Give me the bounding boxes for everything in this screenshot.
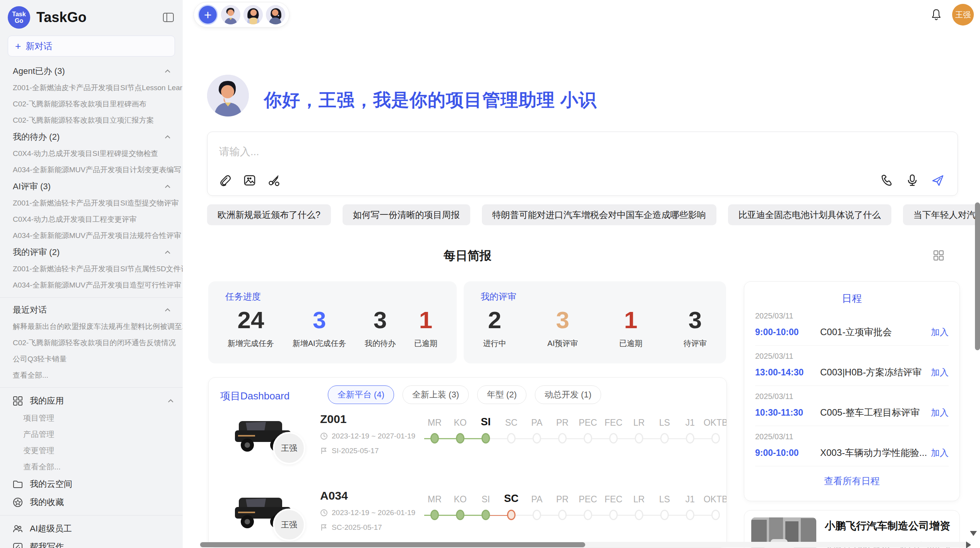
image-icon[interactable]: [243, 174, 256, 187]
milestone-dot-current[interactable]: [481, 433, 490, 444]
milestone-dot[interactable]: [558, 510, 567, 520]
conversation-item[interactable]: A034-全新新能源MUV产品开发项目法规符合性评审: [0, 228, 183, 244]
chevron-up-icon[interactable]: [163, 182, 172, 191]
section-ai-review[interactable]: AI评审 (3): [0, 178, 183, 195]
notification-bell-icon[interactable]: [930, 9, 942, 21]
milestone-dot[interactable]: [584, 433, 592, 444]
milestone-dot-alert[interactable]: [507, 510, 516, 520]
conversation-item[interactable]: C02-飞腾新能源轻客改款项目里程碑画布: [0, 96, 183, 112]
sidebar-collapse-icon[interactable]: [162, 12, 175, 23]
conversation-item[interactable]: A034-全新新能源MUV产品开发项目造型可行性评审: [0, 277, 183, 293]
view-all-apps[interactable]: 查看全部...: [0, 459, 183, 475]
conversation-item[interactable]: A034-全新新能源MUV产品开发项目计划变更表编写: [0, 162, 183, 178]
app-item-change-mgmt[interactable]: 变更管理: [0, 442, 183, 459]
schedule-event-title[interactable]: C001-立项审批会: [820, 326, 931, 338]
project-row[interactable]: 王强 A034 2023-12-19 ~ 2026-01-19 SC-2025-…: [220, 488, 717, 548]
team-avatar[interactable]: [221, 5, 240, 24]
new-chat-button[interactable]: + 新对话: [8, 36, 175, 57]
milestone-dot[interactable]: [660, 433, 669, 444]
horizontal-scrollbar-thumb[interactable]: [200, 542, 585, 547]
horizontal-scrollbar[interactable]: [200, 542, 970, 548]
section-my-todo[interactable]: 我的待办 (2): [0, 128, 183, 146]
tab-powertrain[interactable]: 动总开发 (1): [535, 385, 601, 404]
chevron-up-icon[interactable]: [166, 397, 175, 405]
news-title[interactable]: 小鹏飞行汽车制造公司增资: [825, 519, 953, 533]
join-button[interactable]: 加入: [931, 326, 949, 338]
chat-input[interactable]: [218, 143, 800, 161]
suggestion-chip[interactable]: 如何写一份清晰的项目周报: [343, 204, 470, 225]
project-name[interactable]: Z001: [320, 413, 415, 426]
conversation-item[interactable]: C0X4-动力总成开发项目工程变更评审: [0, 211, 183, 228]
conversation-item[interactable]: Z001-全新燃油轻卡产品开发项目SI造型提交物评审: [0, 195, 183, 211]
milestone-dot[interactable]: [635, 510, 643, 520]
milestone-dot-done[interactable]: [430, 510, 439, 520]
milestone-dot[interactable]: [558, 433, 567, 444]
milestone-dot[interactable]: [533, 510, 541, 520]
milestone-dot[interactable]: [711, 510, 720, 520]
section-agent-done[interactable]: Agent已办 (3): [0, 63, 183, 80]
send-icon[interactable]: [931, 174, 944, 187]
team-avatar[interactable]: [266, 5, 285, 24]
tab-new-platform[interactable]: 全新平台 (4): [328, 385, 394, 404]
milestone-dot[interactable]: [584, 510, 592, 520]
attachment-icon[interactable]: [218, 174, 231, 187]
milestone-dot-done[interactable]: [430, 433, 439, 444]
view-all-schedule-link[interactable]: 查看所有日程: [744, 475, 959, 487]
conversation-item[interactable]: 解释最新出台的欧盟报废车法规再生塑料比例被调至15%...: [0, 319, 183, 335]
schedule-event-title[interactable]: X003-车辆动力学性能验...: [820, 447, 931, 459]
conversation-item[interactable]: Z001-全新燃油皮卡产品开发项目SI节点Lesson Learn报告: [0, 80, 183, 96]
milestone-dot[interactable]: [507, 433, 516, 444]
user-avatar[interactable]: 王强: [952, 4, 974, 26]
milestone-dot[interactable]: [711, 433, 720, 444]
vertical-scrollbar-thumb[interactable]: [975, 202, 980, 350]
chevron-up-icon[interactable]: [163, 67, 172, 75]
milestone-dot[interactable]: [660, 510, 669, 520]
milestone-dot-done[interactable]: [481, 510, 490, 520]
conversation-item[interactable]: C0X4-动力总成开发项目SI里程碑提交物检查: [0, 146, 183, 162]
milestone-dot[interactable]: [533, 433, 541, 444]
milestone-dot[interactable]: [686, 433, 694, 444]
suggestion-chip[interactable]: 比亚迪全固态电池计划具体说了什么: [728, 204, 891, 225]
sidebar-item-cloud-space[interactable]: 我的云空间: [0, 475, 183, 493]
project-name[interactable]: A034: [320, 489, 415, 502]
project-row[interactable]: 王强 Z001 2023-12-19 ~ 2027-01-19 SI-2025-…: [220, 411, 717, 480]
sidebar-item-ai-employee[interactable]: AI超级员工: [0, 519, 183, 538]
conversation-item[interactable]: Z001-全新燃油轻卡产品开发项目SI节点属性5D文件评审: [0, 261, 183, 277]
schedule-event-title[interactable]: C005-整车工程目标评审: [820, 406, 931, 419]
milestone-dot-done[interactable]: [456, 510, 464, 520]
milestone-dot-done[interactable]: [456, 433, 464, 444]
layout-grid-icon[interactable]: [933, 250, 944, 261]
milestone-dot[interactable]: [635, 433, 643, 444]
join-button[interactable]: 加入: [931, 447, 949, 459]
microphone-icon[interactable]: [906, 174, 919, 187]
conversation-item[interactable]: 公司Q3轻卡销量: [0, 351, 183, 367]
conversation-item[interactable]: C02-飞腾新能源轻客改款项目立项汇报方案: [0, 112, 183, 128]
app-item-product-mgmt[interactable]: 产品管理: [0, 426, 183, 442]
sidebar-item-help-write[interactable]: 帮我写作: [0, 538, 183, 548]
join-button[interactable]: 加入: [931, 366, 949, 378]
tab-model-year[interactable]: 年型 (2): [477, 385, 526, 404]
chevron-up-icon[interactable]: [163, 248, 172, 257]
chevron-up-icon[interactable]: [163, 306, 172, 314]
phone-icon[interactable]: [880, 174, 893, 187]
milestone-dot[interactable]: [609, 433, 618, 444]
scroll-right-arrow[interactable]: [966, 541, 971, 548]
tab-new-body[interactable]: 全新上装 (3): [403, 385, 469, 404]
suggestion-chip[interactable]: 特朗普可能对进口汽车增税会对中国车企造成哪些影响: [482, 204, 716, 225]
section-my-review[interactable]: 我的评审 (2): [0, 244, 183, 261]
scroll-down-arrow[interactable]: [970, 531, 977, 536]
join-button[interactable]: 加入: [931, 407, 949, 419]
suggestion-chip[interactable]: 欧洲新规最近颁布了什么?: [207, 204, 331, 225]
sidebar-item-my-apps[interactable]: 我的应用: [0, 392, 183, 410]
sidebar-item-favorites[interactable]: 我的收藏: [0, 493, 183, 511]
chevron-up-icon[interactable]: [163, 133, 172, 141]
team-avatar[interactable]: [243, 5, 263, 24]
add-member-button[interactable]: +: [198, 5, 218, 25]
app-item-project-mgmt[interactable]: 项目管理: [0, 410, 183, 426]
schedule-event-title[interactable]: C003|H0B-方案冻结评审: [820, 366, 931, 378]
milestone-dot[interactable]: [686, 510, 694, 520]
milestone-dot[interactable]: [609, 510, 618, 520]
view-all-chats[interactable]: 查看全部...: [0, 367, 183, 384]
scissors-icon[interactable]: [268, 174, 281, 187]
suggestion-chip[interactable]: 当下年轻人对汽车外观有怎样的喜好趋势: [903, 204, 980, 225]
